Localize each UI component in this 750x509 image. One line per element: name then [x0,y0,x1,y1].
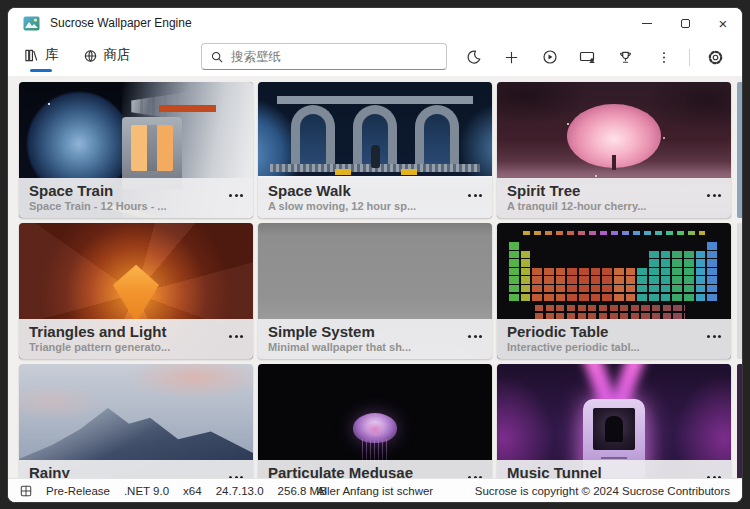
tab-library[interactable]: 库 [22,42,61,72]
search-box[interactable] [201,43,447,70]
settings-button[interactable] [703,45,728,70]
maximize-button[interactable] [666,8,704,38]
maximize-icon [681,19,690,28]
wallpaper-library: Space Train Space Train - 12 Hours - ...… [8,76,742,478]
card-caption: Music Tunnel [497,460,731,478]
minimize-button[interactable] [628,8,666,38]
wallpaper-card-spirit-tree[interactable]: Spirit Tree A tranquil 12-hour cherry... [497,82,731,218]
tab-store[interactable]: 商店 [81,42,133,72]
card-caption: Rainy [19,460,253,478]
card-title: Space Walk [268,182,458,200]
card-title: Simple System [268,323,458,341]
card-title: Space Train [29,182,219,200]
card-menu-button[interactable] [707,194,721,197]
add-wallpaper-button[interactable] [499,45,524,70]
close-icon: × [719,16,728,31]
card-subtitle: Space Train - 12 Hours - ... [29,200,219,213]
close-button[interactable]: × [704,8,742,38]
tab-bar: 库 商店 [22,42,133,72]
more-options-button[interactable] [651,45,676,70]
toolbar-actions [461,45,728,70]
card-caption: Particulate Medusae [258,460,492,478]
library-icon [24,48,39,63]
card-title: Rainy [29,464,219,478]
display-select-button[interactable] [575,45,600,70]
card-menu-button[interactable] [229,335,243,338]
card-caption: Simple System Minimal wallpaper that sh.… [258,319,492,359]
status-arch: x64 [183,485,202,497]
minimize-icon [642,23,652,24]
app-window: Sucrose Wallpaper Engine × 库 商店 [7,7,743,503]
status-channel: Pre-Release [46,485,110,497]
store-icon [83,48,98,63]
wallpaper-card-space-train[interactable]: Space Train Space Train - 12 Hours - ... [19,82,253,218]
statusbar-left: Pre-Release .NET 9.0 x64 24.7.13.0 256.8… [20,485,327,497]
status-runtime: .NET 9.0 [124,485,169,497]
play-button[interactable] [537,45,562,70]
gear-icon [707,49,724,66]
card-menu-button[interactable] [229,194,243,197]
tab-library-label: 库 [45,46,59,64]
card-caption: Triangles and Light Triangle pattern gen… [19,319,253,359]
status-copyright: Sucrose is copyright © 2024 Sucrose Cont… [475,485,730,497]
titlebar: Sucrose Wallpaper Engine × [8,8,742,38]
play-circle-icon [542,49,558,65]
card-title: Spirit Tree [507,182,697,200]
card-menu-button[interactable] [468,335,482,338]
trophy-icon [618,50,633,65]
card-subtitle: A tranquil 12-hour cherry... [507,200,697,213]
card-caption: Space Walk A slow moving, 12 hour sp... [258,178,492,218]
search-icon [210,50,224,64]
status-version: 24.7.13.0 [216,485,264,497]
card-caption: Spirit Tree A tranquil 12-hour cherry... [497,178,731,218]
card-title: Periodic Table [507,323,697,341]
card-subtitle: Triangle pattern generato... [29,341,219,354]
wallpaper-grid: Space Train Space Train - 12 Hours - ...… [19,82,731,478]
plus-icon [504,50,519,65]
card-title: Triangles and Light [29,323,219,341]
next-column-sliver [737,364,742,478]
wallpaper-card-simple-system[interactable]: Simple System Minimal wallpaper that sh.… [258,223,492,359]
moon-icon [466,49,482,65]
card-caption: Periodic Table Interactive periodic tabl… [497,319,731,359]
wallpaper-card-space-walk[interactable]: Space Walk A slow moving, 12 hour sp... [258,82,492,218]
status-quote: Aller Anfang ist schwer [317,485,433,497]
card-caption: Space Train Space Train - 12 Hours - ... [19,178,253,218]
wallpaper-card-periodic-table[interactable]: Periodic Table Interactive periodic tabl… [497,223,731,359]
screen-user-icon [579,49,596,65]
wallpaper-card-music-tunnel[interactable]: Music Tunnel [497,364,731,478]
wallpaper-card-particulate-medusae[interactable]: Particulate Medusae [258,364,492,478]
app-logo-icon [23,16,40,31]
card-title: Music Tunnel [507,464,697,478]
card-subtitle: Interactive periodic tabl... [507,341,697,354]
toolbar-separator [689,49,690,66]
card-menu-button[interactable] [468,194,482,197]
theme-toggle-button[interactable] [461,45,486,70]
next-column-sliver [737,82,742,218]
beta-grid-icon [20,485,32,497]
toolbar: 库 商店 [8,38,742,76]
card-title: Particulate Medusae [268,464,458,478]
card-subtitle: A slow moving, 12 hour sp... [268,200,458,213]
card-menu-button[interactable] [707,335,721,338]
statusbar: Pre-Release .NET 9.0 x64 24.7.13.0 256.8… [8,478,742,502]
window-title: Sucrose Wallpaper Engine [50,16,192,30]
wallpaper-card-triangles-and-light[interactable]: Triangles and Light Triangle pattern gen… [19,223,253,359]
search-input[interactable] [231,50,438,64]
more-vertical-icon [657,50,671,65]
card-subtitle: Minimal wallpaper that sh... [268,341,458,354]
achievements-button[interactable] [613,45,638,70]
next-column-sliver [737,223,742,359]
wallpaper-card-rainy[interactable]: Rainy [19,364,253,478]
tab-store-label: 商店 [104,46,131,64]
